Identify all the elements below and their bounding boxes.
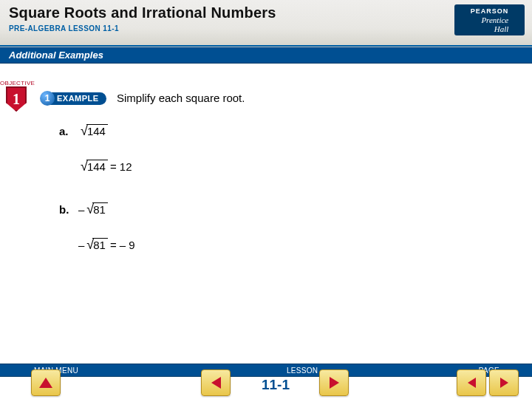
problem-b: b. – √ 81 (59, 201, 135, 217)
radicand: 81 (92, 202, 108, 216)
publisher-name: PEARSON (471, 7, 509, 15)
problem-a: a. √ 144 (59, 123, 135, 139)
arrow-left-icon (468, 378, 476, 388)
publisher-imprint-1: Prentice (481, 16, 508, 24)
main-menu-button[interactable] (31, 369, 61, 396)
next-lesson-button[interactable] (319, 369, 349, 396)
footer-bar: MAIN MENU LESSON PAGE (0, 364, 532, 377)
objective-number: 1 (13, 91, 20, 108)
equals-result: = 12 (110, 160, 132, 173)
problem-b-label: b. (59, 203, 78, 216)
radicand: 81 (92, 238, 108, 252)
content-area: OBJECTIVE 1 1 EXAMPLE Simplify each squa… (0, 64, 532, 80)
negative-sign: – (78, 239, 84, 251)
problem-a-solution: √ 144 = 12 (78, 158, 135, 174)
sqrt-expression: √ 144 (81, 160, 108, 174)
radicand: 144 (86, 160, 108, 174)
problems: a. √ 144 √ 144 = 12 b. – √ 81 – (59, 123, 135, 272)
objective-badge: OBJECTIVE 1 (0, 80, 33, 112)
publisher-imprint-2: Hall (494, 25, 509, 33)
sqrt-expression: √ 81 (86, 202, 108, 216)
objective-shield-icon: 1 (6, 86, 27, 112)
example-pill: 1 EXAMPLE (40, 90, 106, 106)
equals-result: = – 9 (110, 239, 135, 251)
publisher-logo: PEARSON Prentice Hall (454, 4, 525, 35)
footer-label-lesson: LESSON (287, 366, 318, 375)
sqrt-expression: √ 81 (86, 238, 108, 252)
example-label: EXAMPLE (48, 92, 106, 105)
problem-a-label: a. (59, 125, 78, 137)
arrow-up-icon (39, 378, 52, 388)
radical-icon: √ (86, 239, 94, 250)
radical-icon: √ (81, 126, 88, 136)
radical-icon: √ (81, 161, 88, 171)
examples-bar-label: Additional Examples (0, 50, 103, 61)
arrow-right-icon (500, 378, 508, 388)
prev-page-button[interactable] (457, 369, 486, 396)
examples-bar: Additional Examples (0, 47, 532, 64)
problem-b-solution: – √ 81 = – 9 (78, 236, 135, 253)
instruction-text: Simplify each square root. (117, 92, 245, 104)
sqrt-expression: √ 144 (81, 124, 108, 138)
lesson-subtitle: PRE-ALGEBRA LESSON 11-1 (9, 24, 523, 33)
prev-lesson-button[interactable] (201, 369, 231, 396)
page-title: Square Roots and Irrational Numbers (9, 4, 523, 21)
radical-icon: √ (86, 204, 94, 214)
radicand: 144 (86, 124, 108, 138)
example-number: 1 (45, 93, 50, 103)
next-page-button[interactable] (489, 369, 519, 396)
arrow-left-icon (211, 377, 221, 389)
objective-label: OBJECTIVE (0, 80, 33, 86)
arrow-right-icon (330, 377, 339, 389)
example-number-circle: 1 (40, 91, 55, 106)
footer: MAIN MENU LESSON PAGE 11-1 (0, 361, 532, 399)
header: Square Roots and Irrational Numbers PRE-… (0, 0, 532, 47)
lesson-number: 11-1 (235, 377, 316, 393)
negative-sign: – (78, 203, 84, 216)
header-underline (0, 45, 532, 47)
